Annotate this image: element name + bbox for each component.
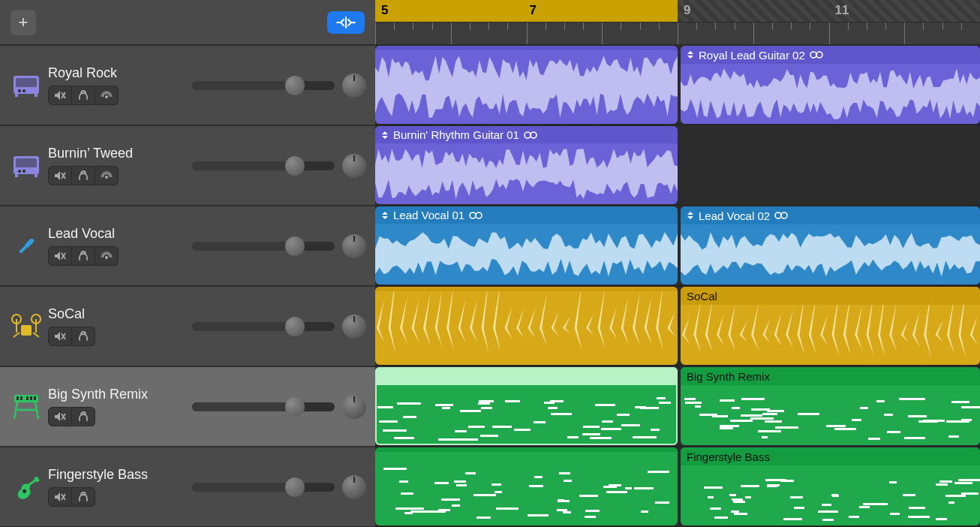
track-name-label: SoCal bbox=[48, 306, 192, 322]
volume-slider[interactable] bbox=[192, 322, 335, 331]
pan-knob[interactable] bbox=[342, 395, 366, 419]
region[interactable]: Royal Lead Guitar 02 bbox=[681, 46, 980, 124]
track-instrument-icon[interactable] bbox=[5, 153, 48, 179]
track-controls bbox=[48, 246, 192, 266]
volume-slider[interactable] bbox=[192, 483, 335, 492]
pan-knob[interactable] bbox=[342, 154, 366, 178]
track-instrument-icon[interactable] bbox=[5, 232, 48, 260]
region[interactable] bbox=[375, 287, 678, 365]
waveform bbox=[375, 50, 678, 124]
region[interactable] bbox=[375, 447, 678, 525]
region-label: Burnin' Rhythm Guitar 01 bbox=[375, 126, 678, 143]
track-instrument-icon[interactable] bbox=[5, 473, 48, 501]
track-info: Burnin’ Tweed bbox=[48, 146, 192, 185]
region[interactable]: Big Synth Remix bbox=[681, 367, 980, 445]
track-instrument-icon[interactable] bbox=[5, 313, 48, 340]
svg-rect-36 bbox=[30, 396, 32, 400]
region-label bbox=[375, 367, 678, 385]
pan-knob[interactable] bbox=[342, 475, 366, 499]
timeline-ruler[interactable]: 5 7 9 11 bbox=[375, 0, 980, 44]
svg-point-11 bbox=[18, 170, 21, 173]
garageband-tracks-area: + 5 7 9 11 Royal Rock bbox=[0, 0, 980, 527]
region[interactable]: Fingerstyle Bass bbox=[681, 447, 980, 525]
region[interactable]: Burnin' Rhythm Guitar 01 bbox=[375, 126, 678, 204]
input-button[interactable] bbox=[95, 86, 119, 105]
svg-point-54 bbox=[781, 212, 787, 218]
input-button[interactable] bbox=[95, 166, 119, 185]
volume-slider[interactable] bbox=[192, 242, 335, 251]
mute-button[interactable] bbox=[48, 246, 72, 266]
track-volume-group bbox=[192, 234, 366, 258]
track-header[interactable]: Lead Vocal bbox=[0, 206, 375, 286]
region[interactable]: Lead Vocal 01 bbox=[375, 206, 678, 285]
svg-rect-27 bbox=[21, 325, 32, 336]
svg-point-50 bbox=[531, 132, 537, 138]
pan-knob[interactable] bbox=[342, 74, 366, 98]
region-name: Fingerstyle Bass bbox=[687, 450, 770, 463]
solo-button[interactable] bbox=[72, 487, 95, 507]
add-track-button[interactable]: + bbox=[11, 10, 36, 35]
region[interactable]: Lead Vocal 02 bbox=[681, 206, 980, 285]
playhead-snap-icon bbox=[335, 16, 356, 29]
track-info: Lead Vocal bbox=[48, 226, 192, 266]
region-name: Big Synth Remix bbox=[687, 370, 770, 383]
track-instrument-icon[interactable] bbox=[5, 393, 48, 420]
waveform bbox=[681, 64, 980, 124]
waveform bbox=[375, 224, 678, 285]
svg-point-22 bbox=[105, 256, 108, 259]
track-controls bbox=[48, 327, 192, 346]
solo-button[interactable] bbox=[72, 407, 95, 426]
solo-button[interactable] bbox=[72, 86, 95, 105]
mute-button[interactable] bbox=[48, 166, 72, 185]
track-name-label: Royal Rock bbox=[48, 65, 192, 81]
svg-point-47 bbox=[810, 52, 816, 58]
bar-number: 7 bbox=[530, 3, 537, 18]
track-header[interactable]: Fingerstyle Bass bbox=[0, 447, 375, 527]
track-info: Royal Rock bbox=[48, 65, 192, 105]
cycle-range-bar[interactable]: 5 7 9 11 bbox=[375, 0, 980, 23]
bar-number: 9 bbox=[684, 3, 690, 18]
region[interactable]: SoCal bbox=[681, 287, 980, 365]
region[interactable] bbox=[375, 46, 678, 124]
mute-button[interactable] bbox=[48, 86, 72, 105]
track-controls bbox=[48, 407, 192, 426]
track-header[interactable]: Royal Rock bbox=[0, 45, 375, 125]
region-label: Lead Vocal 01 bbox=[375, 206, 678, 224]
svg-rect-34 bbox=[20, 396, 23, 400]
track-instrument-icon[interactable] bbox=[5, 73, 48, 98]
loop-drag-icon bbox=[381, 131, 389, 140]
track-controls bbox=[48, 487, 192, 507]
catch-playhead-button[interactable] bbox=[327, 11, 365, 34]
region-name: Burnin' Rhythm Guitar 01 bbox=[393, 128, 519, 141]
volume-slider[interactable] bbox=[192, 161, 335, 170]
input-button[interactable] bbox=[95, 246, 119, 266]
track-header[interactable]: Burnin’ Tweed bbox=[0, 125, 375, 206]
midi-notes bbox=[375, 385, 678, 445]
region-name: Royal Lead Guitar 02 bbox=[699, 49, 805, 62]
volume-slider[interactable] bbox=[192, 402, 335, 411]
pan-knob[interactable] bbox=[342, 234, 366, 258]
ruler-ticks bbox=[375, 23, 980, 44]
mute-button[interactable] bbox=[48, 407, 72, 426]
track-header[interactable]: Big Synth Remix bbox=[0, 366, 375, 447]
solo-button[interactable] bbox=[72, 246, 95, 266]
region-name: Lead Vocal 01 bbox=[393, 209, 464, 221]
track-info: Big Synth Remix bbox=[48, 387, 192, 426]
mute-button[interactable] bbox=[48, 327, 72, 346]
pan-knob[interactable] bbox=[342, 315, 366, 339]
arrangement-area[interactable]: Royal Lead Guitar 02 Burnin' Rhythm Guit… bbox=[375, 45, 980, 527]
track-info: SoCal bbox=[48, 306, 192, 346]
solo-button[interactable] bbox=[72, 166, 95, 185]
region[interactable] bbox=[375, 367, 678, 445]
solo-button[interactable] bbox=[72, 327, 95, 346]
track-volume-group bbox=[192, 315, 366, 339]
loop-drag-icon bbox=[687, 50, 694, 59]
svg-rect-4 bbox=[15, 94, 18, 97]
svg-line-28 bbox=[14, 333, 20, 337]
plus-icon: + bbox=[19, 13, 29, 32]
track-header[interactable]: SoCal bbox=[0, 286, 375, 366]
mute-button[interactable] bbox=[48, 487, 72, 507]
midi-notes bbox=[681, 465, 980, 525]
volume-slider[interactable] bbox=[192, 81, 335, 90]
svg-point-12 bbox=[23, 170, 26, 173]
